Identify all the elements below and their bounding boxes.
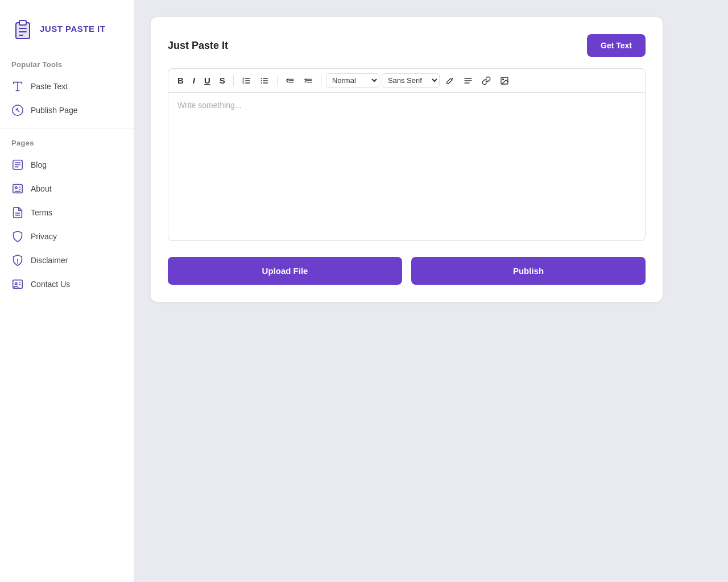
font-select[interactable]: Sans Serif Serif Monospace — [382, 73, 440, 88]
logo-icon — [11, 17, 34, 40]
main-card: Just Paste It Get Text B I U S 1. — [151, 17, 663, 302]
contact-icon — [11, 278, 24, 290]
sidebar-item-about-label: About — [31, 184, 52, 193]
sidebar-item-privacy[interactable]: Privacy — [0, 225, 134, 248]
upload-file-button[interactable]: Upload File — [168, 257, 402, 285]
main-content: Just Paste It Get Text B I U S 1. — [134, 0, 728, 582]
image-icon — [500, 76, 509, 85]
svg-point-15 — [15, 282, 17, 285]
card-header: Just Paste It Get Text — [168, 34, 646, 57]
sidebar-item-paste-text[interactable]: Paste Text — [0, 74, 134, 98]
bold-button[interactable]: B — [174, 73, 187, 88]
toolbar-divider-1 — [233, 75, 234, 86]
outdent-icon — [286, 76, 295, 85]
svg-point-39 — [503, 78, 504, 80]
publish-icon — [11, 104, 24, 117]
ordered-list-icon: 1. 2. 3. — [242, 76, 251, 85]
popular-tools-label: Popular Tools — [0, 56, 134, 74]
indent-button[interactable] — [300, 74, 316, 88]
sidebar-divider-1 — [0, 128, 134, 128]
unordered-list-icon — [260, 76, 269, 85]
sidebar-item-disclaimer[interactable]: Disclaimer — [0, 248, 134, 272]
indent-icon — [304, 76, 313, 85]
text-icon — [11, 80, 24, 93]
italic-button[interactable]: I — [189, 73, 198, 88]
text-align-icon — [464, 76, 473, 85]
svg-line-34 — [452, 78, 453, 79]
sidebar-item-disclaimer-label: Disclaimer — [31, 256, 68, 265]
terms-icon — [11, 206, 24, 219]
sidebar-item-blog[interactable]: Blog — [0, 153, 134, 177]
sidebar: JUST PASTE IT Popular Tools Paste Text P… — [0, 0, 134, 582]
font-color-icon — [445, 76, 454, 85]
action-buttons: Upload File Publish — [168, 257, 646, 285]
publish-button[interactable]: Publish — [411, 257, 646, 285]
outdent-button[interactable] — [282, 74, 298, 88]
insert-image-button[interactable] — [497, 74, 512, 88]
sidebar-item-paste-text-label: Paste Text — [31, 82, 68, 91]
editor-container: B I U S 1. 2. 3. — [168, 68, 646, 241]
sidebar-item-contact-us-label: Contact Us — [31, 280, 70, 289]
sidebar-item-blog-label: Blog — [31, 160, 47, 169]
svg-point-26 — [261, 80, 262, 81]
sidebar-item-publish-page[interactable]: Publish Page — [0, 98, 134, 122]
about-icon — [11, 182, 24, 195]
insert-link-button[interactable] — [478, 74, 494, 88]
toolbar-divider-2 — [277, 75, 278, 86]
get-text-button[interactable]: Get Text — [587, 34, 646, 57]
sidebar-item-terms[interactable]: Terms — [0, 201, 134, 225]
svg-point-25 — [261, 78, 262, 79]
sidebar-item-terms-label: Terms — [31, 208, 52, 217]
ordered-list-button[interactable]: 1. 2. 3. — [238, 74, 254, 88]
logo-text: JUST PASTE IT — [40, 24, 105, 34]
link-icon — [482, 76, 491, 85]
sidebar-item-contact-us[interactable]: Contact Us — [0, 272, 134, 296]
svg-text:3.: 3. — [242, 81, 245, 84]
pages-label: Pages — [0, 134, 134, 153]
privacy-icon — [11, 230, 24, 243]
svg-rect-2 — [19, 20, 26, 25]
format-select[interactable]: Normal Heading 1 Heading 2 Heading 3 — [326, 73, 379, 88]
svg-point-13 — [18, 263, 18, 263]
text-align-button[interactable] — [460, 74, 476, 88]
svg-point-27 — [261, 82, 262, 84]
font-color-button[interactable] — [442, 74, 458, 88]
unordered-list-button[interactable] — [257, 74, 272, 88]
strikethrough-button[interactable]: S — [216, 73, 229, 88]
editor-toolbar: B I U S 1. 2. 3. — [168, 69, 645, 93]
sidebar-item-publish-page-label: Publish Page — [31, 106, 78, 115]
sidebar-logo: JUST PASTE IT — [0, 11, 134, 56]
editor-body[interactable]: Write something... — [168, 93, 645, 240]
sidebar-item-privacy-label: Privacy — [31, 232, 57, 241]
disclaimer-icon — [11, 254, 24, 267]
toolbar-divider-3 — [321, 75, 321, 86]
card-title: Just Paste It — [168, 40, 228, 52]
sidebar-item-about[interactable]: About — [0, 177, 134, 201]
blog-icon — [11, 159, 24, 171]
svg-point-9 — [15, 186, 17, 189]
underline-button[interactable]: U — [201, 73, 214, 88]
